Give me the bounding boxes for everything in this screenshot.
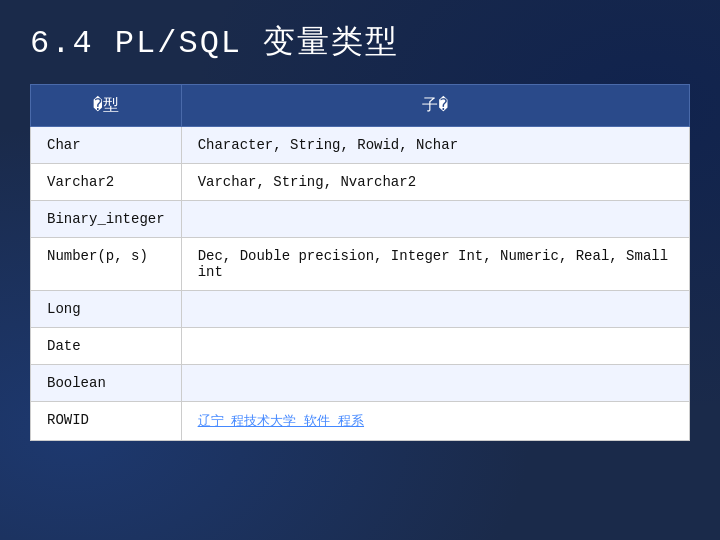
type-cell: Varchar2 <box>31 164 182 201</box>
type-cell: Number(p, s) <box>31 238 182 291</box>
type-cell: Boolean <box>31 365 182 402</box>
table-row: CharCharacter, String, Rowid, Nchar <box>31 127 690 164</box>
type-cell: Binary_integer <box>31 201 182 238</box>
table-row: Binary_integer <box>31 201 690 238</box>
footer-link[interactable]: 辽宁 程技术大学 软件 程系 <box>198 414 364 429</box>
subtype-cell: 辽宁 程技术大学 软件 程系 <box>181 402 689 441</box>
subtype-cell <box>181 291 689 328</box>
table-row: Number(p, s)Dec, Double precision, Integ… <box>31 238 690 291</box>
col-header-type: �型 <box>31 85 182 127</box>
subtype-cell: Dec, Double precision, Integer Int, Nume… <box>181 238 689 291</box>
table-row: Varchar2Varchar, String, Nvarchar2 <box>31 164 690 201</box>
table-row: Long <box>31 291 690 328</box>
types-table: �型 子� CharCharacter, String, Rowid, Ncha… <box>30 84 690 441</box>
subtype-cell: Varchar, String, Nvarchar2 <box>181 164 689 201</box>
table-row: ROWID辽宁 程技术大学 软件 程系 <box>31 402 690 441</box>
subtype-cell <box>181 201 689 238</box>
type-cell: Date <box>31 328 182 365</box>
table-row: Boolean <box>31 365 690 402</box>
col-header-subtype: 子� <box>181 85 689 127</box>
subtype-cell <box>181 328 689 365</box>
type-cell: Long <box>31 291 182 328</box>
main-content: 6.4 PL/SQL 变量类型 �型 子� CharCharacter, Str… <box>0 0 720 461</box>
type-cell: Char <box>31 127 182 164</box>
subtype-cell <box>181 365 689 402</box>
table-row: Date <box>31 328 690 365</box>
page-title: 6.4 PL/SQL 变量类型 <box>30 20 690 64</box>
subtype-cell: Character, String, Rowid, Nchar <box>181 127 689 164</box>
type-cell: ROWID <box>31 402 182 441</box>
